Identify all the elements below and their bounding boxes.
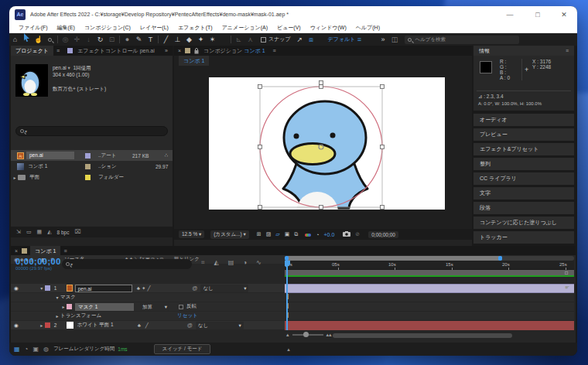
mask-group-row[interactable]: ▾ マスク (11, 293, 285, 302)
graph-editor-icon[interactable]: ∿ (256, 259, 262, 267)
menu-animation[interactable]: アニメーション(A) (217, 24, 272, 32)
collapse-triangle-icon[interactable]: ▲ (286, 347, 291, 352)
snap-checkbox[interactable] (261, 37, 266, 43)
eraser-tool-icon[interactable]: ◆ (183, 33, 195, 46)
mask-group-label[interactable]: マスク (60, 294, 76, 301)
playhead-line[interactable] (286, 261, 288, 330)
stamp-tool-icon[interactable]: ⊥ (172, 33, 183, 46)
help-search-box[interactable]: ヘルプを検索 (405, 36, 519, 44)
workspace-menu-icon[interactable]: ≡ (355, 33, 363, 46)
transform-label[interactable]: トランスフォーム (60, 312, 101, 319)
axis-mode-icon[interactable]: ⊾ (233, 33, 244, 46)
layer-source-name[interactable]: pen.ai (75, 285, 132, 292)
snapshot-camera-icon[interactable] (343, 231, 350, 237)
resolution-dropdown[interactable]: (カスタム...) ▾ (210, 230, 248, 239)
region-of-interest-icon[interactable]: ▣ (285, 231, 290, 237)
live-update-icon[interactable]: ◔ (25, 346, 29, 353)
layer2-duration-bar[interactable] (285, 321, 574, 330)
show-channel-icon[interactable] (305, 232, 311, 237)
transparency-grid-icon[interactable]: ▦ (14, 346, 20, 353)
dolly-camera-tool-icon[interactable]: ↓ (83, 33, 94, 46)
menu-layer[interactable]: レイヤー(L) (135, 24, 173, 32)
toggle-transparency-grid-icon[interactable]: ▨ (266, 231, 272, 237)
puppet-pin-tool-icon[interactable]: ✶ (207, 33, 218, 46)
panel-content-aware-fill[interactable]: コンテンツに応じた塗りつぶし (473, 217, 574, 229)
project-bit-depth[interactable]: 8 bpc (57, 230, 70, 235)
label-color-chip[interactable] (85, 175, 91, 180)
timeline-search-box[interactable]: ▾ (62, 259, 192, 269)
parent-pickwhip-icon[interactable]: @ (192, 285, 197, 291)
new-folder-icon[interactable]: ▭ (26, 229, 32, 235)
eye-icon[interactable]: ◉ (14, 322, 19, 329)
timeline-panel-menu-icon[interactable]: ≡ (63, 248, 67, 254)
zoom-out-mountain-icon[interactable]: ▴ (286, 332, 289, 338)
layer-label-chip[interactable] (45, 322, 50, 328)
axis-mode-icon[interactable]: ⋏ (244, 33, 256, 46)
layer-label-chip[interactable] (45, 285, 50, 291)
hand-tool-icon[interactable]: ☝ (32, 33, 44, 46)
tab-project[interactable]: プロジェクト (11, 46, 53, 56)
comp-marker-bin-icon[interactable]: ☛ (565, 285, 569, 291)
menu-effect[interactable]: エフェクト(T) (173, 24, 217, 32)
menu-edit[interactable]: 編集(E) (53, 24, 80, 32)
reset-link[interactable]: リセット (177, 312, 198, 319)
zoom-slider[interactable] (292, 334, 323, 336)
transform-row[interactable]: ▸ トランスフォーム リセット (11, 312, 285, 321)
motion-blur-icon[interactable]: ◑ (243, 259, 247, 267)
panel-character[interactable]: 文字 (473, 187, 574, 200)
layer-switches[interactable]: ♣✦╱ (137, 285, 152, 292)
composition-panel-menu-icon[interactable]: ≡ (273, 48, 276, 53)
footage-name[interactable]: pen.ai (53, 65, 67, 70)
group-twirl-icon[interactable]: ▾ (54, 295, 60, 300)
toggle-mask-path-visibility-icon[interactable]: ▱ (275, 231, 279, 237)
panel-effects-presets[interactable]: エフェクト&プリセット (473, 143, 574, 155)
mask-twirl-icon[interactable]: ▸ (60, 304, 67, 309)
layer1-duration-bar[interactable] (285, 284, 574, 293)
timeline-zoom-control[interactable]: ▴ ▴▴ (286, 332, 332, 338)
composition-canvas[interactable] (209, 77, 445, 210)
composition-panel-comp-name[interactable]: コンポ 1 (244, 46, 269, 56)
label-color-chip[interactable] (85, 153, 91, 159)
show-snapshot-icon[interactable]: ⊘ (355, 231, 360, 237)
title-bar[interactable]: Ae Adobe After Effects 2022 - C:¥storage… (9, 6, 577, 23)
tab-effect-controls[interactable]: エフェクトコントロール pen.ai (73, 46, 159, 56)
close-button[interactable]: ✕ (552, 6, 576, 23)
choose-grid-guides-icon[interactable]: ⊞ (257, 231, 262, 237)
orbit-camera-tool-icon[interactable]: ◎ (60, 33, 71, 46)
current-time-display[interactable]: 0;00;00;00 00000 (29.97 fps) (15, 257, 61, 271)
zoom-tool-icon[interactable] (44, 33, 56, 46)
menu-file[interactable]: ファイル(F) (14, 24, 53, 32)
workspace-name[interactable]: デフォルト (328, 36, 356, 43)
work-area-end-icon[interactable]: ◘ (565, 270, 568, 275)
parent-dropdown[interactable]: なし▾ (200, 285, 248, 292)
mask-color-chip[interactable] (67, 304, 72, 309)
item-name[interactable]: コンポ 1 (28, 163, 74, 170)
menu-help[interactable]: ヘルプ(H) (351, 24, 385, 32)
expand-ui-icon[interactable]: ⧈ (306, 33, 317, 46)
minimize-button[interactable]: — (498, 6, 521, 23)
maximize-button[interactable]: □ (526, 6, 549, 23)
mask-name[interactable]: マスク 1 (75, 303, 134, 311)
panel-close-icon[interactable]: × (178, 48, 181, 53)
composition-panel-title[interactable]: コンポジション (199, 46, 244, 56)
camera-tool-icon[interactable]: ⊡ (106, 33, 118, 46)
interpret-footage-icon[interactable]: ⇲ (16, 229, 21, 235)
workspace-overflow[interactable]: » (377, 33, 388, 46)
type-tool-icon[interactable]: T (145, 33, 156, 46)
parent-pickwhip-icon[interactable]: @ (187, 322, 193, 328)
info-panel-header[interactable]: 情報 ≡ (473, 46, 574, 56)
frame-blending-icon[interactable]: ▤ (228, 259, 234, 267)
new-composition-icon[interactable]: ▦ (37, 229, 43, 235)
info-panel-menu-icon[interactable]: ≡ (566, 48, 569, 53)
exposure-value[interactable]: +0.0 (324, 232, 335, 237)
layer-source-name[interactable]: ホワイト 平面 1 (77, 322, 135, 329)
draft-icon[interactable]: ▣ (32, 346, 39, 353)
rotate-tool-icon[interactable]: ↻ (94, 33, 106, 46)
project-row-comp1[interactable]: コンポ 1 ..ション 29.97 (11, 161, 173, 172)
render-queue-icon[interactable]: ◍ (43, 346, 49, 353)
invert-label[interactable]: 反転 (186, 303, 197, 310)
folder-twirl-icon[interactable]: ▸ (12, 175, 18, 180)
roto-brush-tool-icon[interactable]: ✦ (195, 33, 207, 46)
composition-viewer[interactable] (174, 66, 472, 229)
timeline-bottom-scrollbar[interactable] (333, 333, 512, 338)
